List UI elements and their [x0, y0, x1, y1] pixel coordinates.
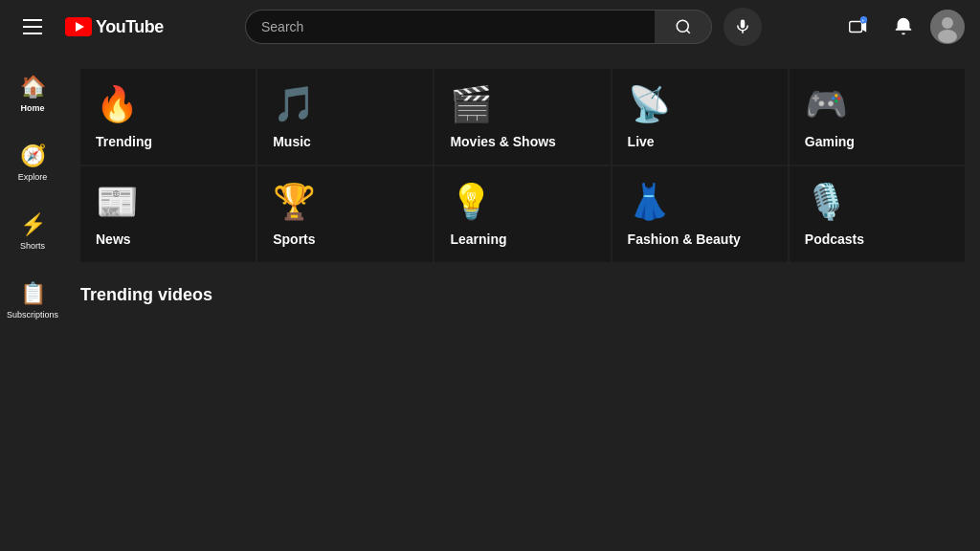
bell-icon — [893, 16, 914, 37]
fashion-icon: 👗 — [628, 182, 772, 222]
search-container — [245, 8, 762, 46]
header: YouTube + — [0, 0, 980, 54]
category-trending[interactable]: 🔥 Trending — [80, 69, 256, 165]
category-learning[interactable]: 💡 Learning — [434, 166, 610, 262]
sidebar-label-subscriptions: Subscriptions — [7, 310, 58, 320]
create-icon: + — [847, 16, 868, 37]
learning-icon: 💡 — [450, 182, 594, 222]
notifications-button[interactable] — [884, 8, 923, 46]
create-button[interactable]: + — [838, 8, 877, 46]
category-gaming[interactable]: 🎮 Gaming — [790, 69, 965, 165]
category-movies[interactable]: 🎬 Movies & Shows — [434, 69, 610, 165]
explore-icon: 🧭 — [20, 143, 46, 168]
sidebar-label-home: Home — [20, 103, 44, 113]
hamburger-icon — [19, 15, 46, 38]
category-grid: 🔥 Trending 🎵 Music 🎬 Movies & Shows 📡 Li… — [80, 69, 965, 262]
sidebar-item-shorts[interactable]: ⚡ Shorts — [2, 199, 63, 264]
category-live[interactable]: 📡 Live — [612, 69, 788, 165]
category-news[interactable]: 📰 News — [80, 166, 256, 262]
live-icon: 📡 — [628, 84, 772, 124]
category-music[interactable]: 🎵 Music — [257, 69, 433, 165]
search-icon — [675, 18, 692, 35]
live-label: Live — [628, 134, 772, 149]
gaming-label: Gaming — [805, 134, 949, 149]
header-left: YouTube — [15, 10, 207, 44]
menu-button[interactable] — [15, 10, 50, 44]
movies-icon: 🎬 — [450, 84, 594, 124]
avatar-icon — [930, 10, 965, 44]
movies-label: Movies & Shows — [450, 134, 594, 149]
sports-icon: 🏆 — [273, 182, 417, 222]
podcasts-label: Podcasts — [805, 231, 949, 247]
svg-text:+: + — [861, 17, 864, 23]
svg-point-2 — [677, 20, 688, 32]
shorts-icon: ⚡ — [20, 212, 46, 237]
trending-label: Trending — [96, 134, 240, 149]
main-content: 🔥 Trending 🎵 Music 🎬 Movies & Shows 📡 Li… — [65, 54, 980, 551]
sidebar: 🏠 Home 🧭 Explore ⚡ Shorts 📋 Subscription… — [0, 54, 65, 551]
logo-text: YouTube — [96, 17, 164, 37]
svg-rect-6 — [850, 22, 862, 33]
music-icon: 🎵 — [273, 84, 417, 124]
category-sports[interactable]: 🏆 Sports — [257, 166, 433, 262]
search-button[interactable] — [655, 10, 712, 44]
home-icon: 🏠 — [20, 75, 46, 99]
news-icon: 📰 — [96, 182, 240, 222]
youtube-icon — [65, 17, 92, 36]
sidebar-item-subscriptions[interactable]: 📋 Subscriptions — [2, 268, 63, 333]
trending-icon: 🔥 — [96, 84, 240, 124]
fashion-label: Fashion & Beauty — [628, 231, 772, 247]
sidebar-label-explore: Explore — [18, 172, 48, 182]
gaming-icon: 🎮 — [805, 84, 949, 124]
category-fashion[interactable]: 👗 Fashion & Beauty — [612, 166, 788, 262]
svg-point-12 — [938, 30, 957, 43]
trending-section-title: Trending videos — [80, 285, 965, 305]
svg-point-11 — [942, 17, 953, 29]
youtube-logo[interactable]: YouTube — [65, 17, 164, 37]
subscriptions-icon: 📋 — [20, 281, 46, 306]
search-input[interactable] — [245, 10, 655, 44]
learning-label: Learning — [450, 231, 594, 247]
svg-rect-4 — [741, 20, 746, 29]
sports-label: Sports — [273, 231, 417, 247]
sidebar-item-explore[interactable]: 🧭 Explore — [2, 130, 63, 195]
music-label: Music — [273, 134, 417, 149]
avatar[interactable] — [930, 10, 965, 44]
sidebar-label-shorts: Shorts — [20, 241, 45, 251]
mic-button[interactable] — [724, 8, 762, 46]
svg-line-3 — [686, 30, 689, 33]
podcasts-icon: 🎙️ — [805, 182, 949, 222]
mic-icon — [734, 18, 751, 35]
news-label: News — [96, 231, 240, 247]
category-podcasts[interactable]: 🎙️ Podcasts — [790, 166, 965, 262]
sidebar-item-home[interactable]: 🏠 Home — [2, 61, 63, 126]
header-right: + — [838, 8, 965, 46]
